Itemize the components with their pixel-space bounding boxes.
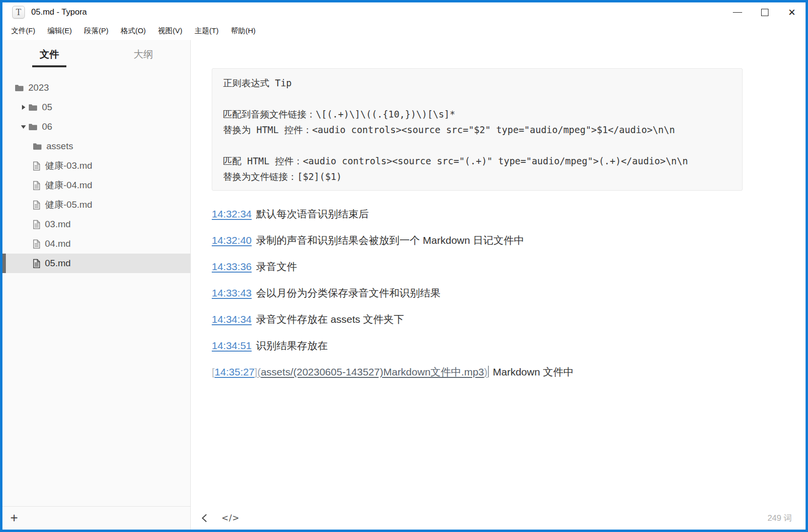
sidebar-tabs: 文件 大纲 bbox=[2, 40, 190, 70]
sidebar: 文件 大纲 20230506assets健康-03.md健康-04.md健康-0… bbox=[2, 40, 191, 530]
tree-item-assets[interactable]: assets bbox=[2, 137, 190, 156]
tree-item-05-md[interactable]: 05.md bbox=[2, 254, 190, 273]
editor-footer: </> 249 词 bbox=[191, 506, 806, 530]
tab-outline[interactable]: 大纲 bbox=[97, 48, 191, 70]
timestamp-link[interactable]: 14:32:40 bbox=[212, 235, 252, 246]
tree-item-label: 健康-04.md bbox=[45, 179, 92, 192]
timestamp-link[interactable]: 14:34:51 bbox=[212, 340, 252, 351]
entry-text: 默认每次语音识别结束后 bbox=[256, 208, 369, 219]
journal-entry-6[interactable]: 14:34:51识别结果存放在 bbox=[212, 338, 758, 354]
file-icon bbox=[33, 161, 40, 171]
chevron-right-icon[interactable] bbox=[20, 105, 27, 110]
sidebar-footer: + bbox=[2, 506, 190, 530]
code-line-7: 替换为文件链接：[$2]($1) bbox=[223, 169, 731, 184]
journal-entries: 14:32:34默认每次语音识别结束后14:32:40录制的声音和识别结果会被放… bbox=[212, 206, 758, 380]
raw-entry-text: Markdown 文件中 bbox=[493, 366, 574, 377]
raw-link-close-paren: ) bbox=[484, 366, 487, 377]
minimize-button[interactable] bbox=[724, 2, 751, 22]
menubar: 文件(F)编辑(E)段落(P)格式(O)视图(V)主题(T)帮助(H) bbox=[2, 22, 806, 40]
maximize-icon bbox=[761, 9, 768, 16]
timestamp-link[interactable]: 14:33:43 bbox=[212, 287, 252, 298]
file-icon bbox=[33, 181, 40, 190]
entry-text: 会以月份为分类保存录音文件和识别结果 bbox=[256, 287, 441, 298]
tree-item-健康-04-md[interactable]: 健康-04.md bbox=[2, 176, 190, 195]
tree-item-健康-03-md[interactable]: 健康-03.md bbox=[2, 156, 190, 176]
entry-text: 录制的声音和识别结果会被放到一个 Markdown 日记文件中 bbox=[256, 235, 525, 246]
journal-entry-3[interactable]: 14:33:36录音文件 bbox=[212, 259, 758, 275]
window-title: 05.md - Typora bbox=[31, 7, 87, 17]
menu-item-1[interactable]: 文件(F) bbox=[6, 24, 40, 38]
entry-text: 录音文件 bbox=[256, 261, 297, 272]
raw-markdown-link-entry[interactable]: [14:35:27](assets/(20230605-143527)Markd… bbox=[212, 364, 758, 380]
close-button[interactable]: ✕ bbox=[778, 2, 806, 22]
journal-entry-5[interactable]: 14:34:34录音文件存放在 assets 文件夹下 bbox=[212, 312, 758, 327]
collapse-sidebar-button[interactable] bbox=[201, 513, 209, 523]
tree-item-label: 04.md bbox=[45, 238, 71, 249]
file-tree: 20230506assets健康-03.md健康-04.md健康-05.md03… bbox=[2, 78, 190, 506]
code-line-1: 正则表达式 Tip bbox=[223, 75, 731, 91]
tab-outline-label: 大纲 bbox=[134, 48, 153, 65]
code-line-5 bbox=[223, 138, 731, 153]
window-controls: ✕ bbox=[724, 2, 806, 22]
menu-item-2[interactable]: 编辑(E) bbox=[42, 24, 77, 38]
tree-item-label: 03.md bbox=[45, 219, 71, 230]
chevron-left-icon bbox=[201, 513, 209, 523]
code-line-6: 匹配 HTML 控件：<audio controls><source src="… bbox=[223, 153, 731, 169]
journal-entry-4[interactable]: 14:33:43会以月份为分类保存录音文件和识别结果 bbox=[212, 285, 758, 301]
tree-item-label: 05.md bbox=[45, 258, 71, 269]
menu-item-3[interactable]: 段落(P) bbox=[79, 24, 113, 38]
typora-app-icon: T bbox=[12, 6, 25, 19]
tree-item-05[interactable]: 05 bbox=[2, 98, 190, 117]
tree-item-健康-05-md[interactable]: 健康-05.md bbox=[2, 195, 190, 215]
tree-item-label: 2023 bbox=[28, 82, 49, 93]
close-icon: ✕ bbox=[788, 8, 796, 17]
tree-item-04-md[interactable]: 04.md bbox=[2, 234, 190, 254]
tree-item-03-md[interactable]: 03.md bbox=[2, 215, 190, 234]
editor-area[interactable]: 正则表达式 Tip匹配到音频文件链接：\[(.+)\]\((.{10,})\)[… bbox=[191, 40, 806, 530]
tree-item-06[interactable]: 06 bbox=[2, 117, 190, 137]
file-icon bbox=[33, 259, 40, 268]
timestamp-link-raw[interactable]: 14:35:27 bbox=[215, 366, 255, 377]
folder-icon bbox=[15, 84, 24, 92]
tab-files[interactable]: 文件 bbox=[2, 48, 97, 70]
journal-entry-2[interactable]: 14:32:40录制的声音和识别结果会被放到一个 Markdown 日记文件中 bbox=[212, 233, 758, 248]
app-body: 文件 大纲 20230506assets健康-03.md健康-04.md健康-0… bbox=[2, 40, 806, 530]
timestamp-link[interactable]: 14:32:34 bbox=[212, 208, 252, 219]
code-line-2 bbox=[223, 91, 731, 106]
text-cursor bbox=[488, 366, 489, 377]
timestamp-link[interactable]: 14:34:34 bbox=[212, 314, 252, 325]
tree-item-label: 健康-03.md bbox=[45, 159, 92, 172]
file-icon bbox=[33, 200, 40, 210]
tree-item-label: 05 bbox=[42, 102, 52, 113]
tree-item-label: 06 bbox=[42, 121, 52, 132]
entry-text: 录音文件存放在 assets 文件夹下 bbox=[256, 314, 404, 325]
word-count: 249 词 bbox=[768, 512, 792, 524]
tree-item-2023[interactable]: 2023 bbox=[2, 78, 190, 98]
menu-item-4[interactable]: 格式(O) bbox=[116, 24, 151, 38]
tab-files-label: 文件 bbox=[32, 48, 66, 67]
code-line-3: 匹配到音频文件链接：\[(.+)\]\((.{10,})\)[\s]* bbox=[223, 106, 731, 122]
maximize-button[interactable] bbox=[751, 2, 778, 22]
timestamp-link[interactable]: 14:33:36 bbox=[212, 261, 252, 272]
audio-file-link[interactable]: assets/(20230605-143527)Markdown文件中.mp3 bbox=[261, 366, 484, 377]
menu-item-5[interactable]: 视图(V) bbox=[153, 24, 187, 38]
regex-tip-code-block[interactable]: 正则表达式 Tip匹配到音频文件链接：\[(.+)\]\((.{10,})\)[… bbox=[212, 68, 743, 191]
folder-icon bbox=[28, 104, 38, 111]
typora-window: T 05.md - Typora ✕ 文件(F)编辑(E)段落(P)格式(O)视… bbox=[0, 0, 808, 532]
menu-item-6[interactable]: 主题(T) bbox=[190, 24, 223, 38]
chevron-down-icon[interactable] bbox=[20, 125, 27, 129]
folder-icon bbox=[33, 143, 42, 150]
file-icon bbox=[33, 220, 40, 229]
tree-item-label: assets bbox=[46, 141, 73, 152]
code-line-4: 替换为 HTML 控件：<audio controls><source src=… bbox=[223, 122, 731, 138]
journal-entry-1[interactable]: 14:32:34默认每次语音识别结束后 bbox=[212, 206, 758, 222]
entry-text: 识别结果存放在 bbox=[256, 340, 328, 351]
minimize-icon bbox=[733, 12, 742, 13]
file-icon bbox=[33, 239, 40, 249]
menu-item-7[interactable]: 帮助(H) bbox=[226, 24, 261, 38]
tree-item-label: 健康-05.md bbox=[45, 198, 92, 211]
add-file-button[interactable]: + bbox=[10, 512, 18, 525]
folder-icon bbox=[28, 123, 38, 131]
source-code-mode-button[interactable]: </> bbox=[222, 513, 240, 523]
title-bar: T 05.md - Typora ✕ bbox=[2, 2, 806, 22]
